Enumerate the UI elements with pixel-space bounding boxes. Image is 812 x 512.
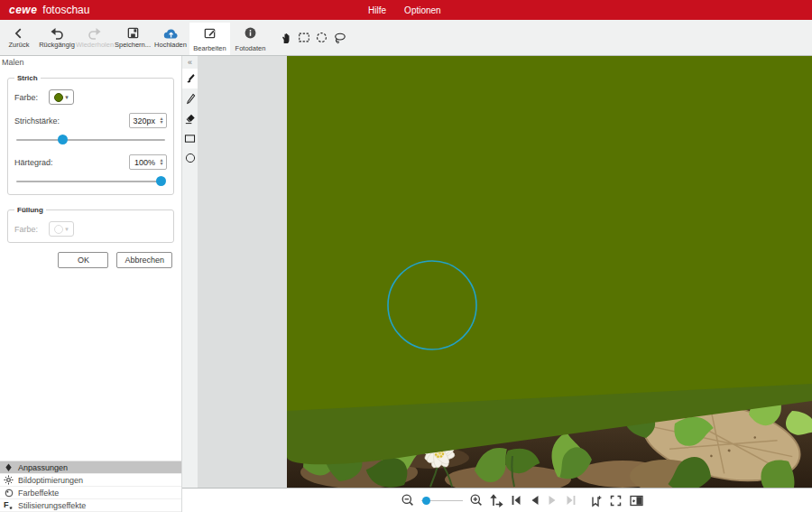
app-window: cewe fotoschau Hilfe Optionen Zurück Rüc…: [0, 0, 812, 512]
lasso-icon[interactable]: [332, 30, 347, 45]
crop-button[interactable]: [589, 494, 603, 507]
rect-select-icon[interactable]: [296, 30, 311, 45]
effects-accordion: Anpassungen Bildoptimierungen Farbeffekt…: [0, 461, 181, 512]
hardness-value: 100%: [130, 158, 157, 167]
fill-color-swatch: [54, 225, 63, 234]
spinner-arrows-icon[interactable]: ▴▾: [157, 159, 166, 165]
hand-tool-icon[interactable]: [278, 30, 293, 45]
paint-stroke-overlay: [287, 56, 812, 488]
brand-script: cewe: [9, 4, 37, 16]
workspace[interactable]: [198, 56, 812, 488]
slider-thumb[interactable]: [156, 176, 166, 186]
chevron-down-icon: ▾: [65, 94, 69, 100]
ellipse-select-icon[interactable]: [314, 30, 329, 45]
menu-optionen[interactable]: Optionen: [404, 5, 441, 15]
accordion-label: Farbeffekte: [18, 489, 59, 498]
stroke-width-spinner[interactable]: 320px ▴▾: [129, 113, 167, 128]
rectangle-tool[interactable]: [182, 128, 198, 148]
slider-thumb[interactable]: [58, 135, 68, 144]
first-photo-button[interactable]: [510, 494, 522, 507]
save-label: Speichern...: [115, 41, 151, 49]
slider-track: [16, 139, 165, 141]
ok-button[interactable]: OK: [58, 252, 108, 268]
save-button[interactable]: Speichern...: [114, 20, 152, 55]
zoom-in-button[interactable]: [469, 493, 484, 507]
edit-icon: [203, 26, 217, 43]
fill-color-dropdown[interactable]: ▾: [49, 221, 74, 237]
upload-label: Hochladen: [154, 41, 187, 49]
titlebar: cewe fotoschau Hilfe Optionen: [0, 0, 812, 20]
brush-icon: [184, 73, 196, 85]
upload-button[interactable]: Hochladen: [152, 20, 189, 55]
accordion-label: Stilisierungseffekte: [18, 501, 86, 510]
undo-label: Rückgängig: [39, 41, 75, 49]
stroke-color-label: Farbe:: [14, 93, 38, 102]
back-label: Zurück: [9, 41, 30, 49]
eraser-tool[interactable]: [182, 108, 198, 128]
cancel-button[interactable]: Abbrechen: [116, 252, 172, 268]
color-wheel-icon: [4, 489, 14, 498]
spinner-arrows-icon[interactable]: ▴▾: [157, 117, 166, 124]
tab-bearbeiten[interactable]: Bearbeiten: [189, 23, 230, 55]
paint-tool-strip: «: [182, 56, 198, 488]
svg-text:F: F: [4, 500, 9, 509]
fullscreen-button[interactable]: [609, 494, 623, 507]
ellipse-tool[interactable]: [182, 148, 198, 168]
photo-canvas[interactable]: [287, 56, 812, 488]
tab-fotodaten[interactable]: Fotodaten: [230, 23, 271, 55]
hardness-slider[interactable]: [16, 176, 165, 186]
last-photo-button[interactable]: [565, 494, 577, 507]
pencil-tool[interactable]: [182, 88, 198, 108]
back-button[interactable]: Zurück: [0, 20, 38, 55]
tab-bearbeiten-label: Bearbeiten: [193, 44, 226, 52]
undo-button[interactable]: Rückgängig: [38, 20, 76, 55]
adjustments-icon: [4, 463, 14, 472]
menubar: Hilfe Optionen: [368, 5, 441, 15]
stroke-width-label: Strichstärke:: [14, 116, 60, 126]
brush-tool[interactable]: [182, 69, 198, 88]
prev-photo-button[interactable]: [529, 494, 540, 507]
collapse-panel-icon[interactable]: «: [182, 56, 198, 69]
redo-button[interactable]: Wiederholen: [76, 20, 114, 55]
toolbar: Zurück Rückgängig Wiederholen Speichern.…: [0, 20, 812, 56]
fill-color-label: Farbe:: [14, 225, 38, 234]
redo-icon: [88, 27, 102, 40]
chevron-down-icon: ▾: [65, 226, 69, 232]
next-photo-button[interactable]: [547, 494, 558, 507]
menu-hilfe[interactable]: Hilfe: [368, 5, 386, 15]
stroke-group: Strich Farbe: ▾ Strichstärke: 320px: [7, 74, 174, 195]
tab-fotodaten-label: Fotodaten: [235, 44, 266, 52]
rectangle-icon: [184, 134, 196, 144]
left-sidebar: Malen Strich Farbe: ▾ Strichstärke:: [0, 56, 182, 512]
stroke-legend: Strich: [14, 74, 41, 82]
accordion-label: Anpassungen: [18, 463, 68, 472]
ellipse-icon: [185, 153, 196, 163]
accordion-bildoptimierungen[interactable]: Bildoptimierungen: [0, 474, 181, 487]
hardness-spinner[interactable]: 100% ▴▾: [129, 154, 167, 170]
fill-legend: Füllung: [14, 206, 46, 214]
paint-panel: Malen Strich Farbe: ▾ Strichstärke:: [0, 56, 181, 461]
selection-tools: [278, 20, 347, 55]
compare-view-button[interactable]: [629, 494, 644, 507]
accordion-stilisierungseffekte[interactable]: F Stilisierungseffekte: [0, 499, 181, 512]
info-icon: [244, 26, 257, 43]
eraser-icon: [184, 113, 196, 125]
panel-title: Malen: [0, 58, 181, 70]
fill-group: Füllung Farbe: ▾: [7, 206, 174, 243]
sun-icon: [4, 475, 14, 485]
zoom-slider[interactable]: [421, 496, 463, 505]
pencil-icon: [185, 93, 196, 105]
save-icon: [126, 26, 140, 40]
brand-name: fotoschau: [42, 4, 89, 16]
stroke-width-value: 320px: [130, 116, 157, 126]
statusbar: [182, 488, 812, 512]
stylize-f-star-icon: F: [4, 500, 14, 510]
zoom-out-button[interactable]: [401, 493, 415, 507]
hardness-label: Härtegrad:: [14, 158, 53, 167]
accordion-farbeffekte[interactable]: Farbeffekte: [0, 487, 181, 499]
stroke-width-slider[interactable]: [16, 135, 165, 144]
slider-thumb[interactable]: [422, 497, 430, 505]
stroke-color-dropdown[interactable]: ▾: [49, 89, 74, 105]
accordion-anpassungen[interactable]: Anpassungen: [0, 461, 181, 474]
fit-view-button[interactable]: [490, 493, 503, 507]
